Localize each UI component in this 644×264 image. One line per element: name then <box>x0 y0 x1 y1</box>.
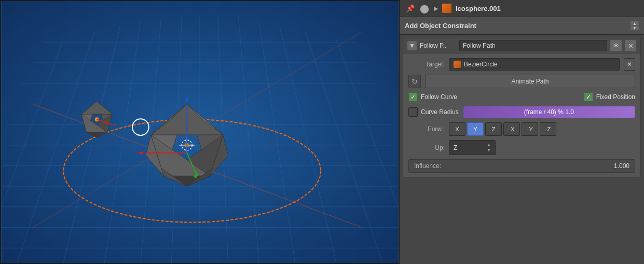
animate-path-row: ↻ Animate Path <box>408 75 635 88</box>
curve-radius-checkbox[interactable] <box>408 107 418 117</box>
constraint-collapse-button[interactable]: ▼ <box>407 41 417 50</box>
target-label: Target: <box>408 61 445 68</box>
forward-z-button[interactable]: Z <box>485 122 502 136</box>
target-cube-icon <box>454 61 461 68</box>
target-field[interactable]: BezierCircle <box>449 58 620 71</box>
up-row: Up: Z ▲ ▼ <box>408 140 635 155</box>
forward-neg-y-button[interactable]: -Y <box>522 122 538 136</box>
influence-value: 1.000 <box>614 162 629 170</box>
influence-row[interactable]: Influence: 1.000 <box>408 159 635 173</box>
curve-radius-label: Curve Radius <box>421 108 459 116</box>
viewport-3d <box>0 0 400 264</box>
fixed-position-group: ✓ Fixed Position <box>584 92 635 102</box>
pin-icon: 📌 <box>405 3 415 13</box>
follow-curve-label: Follow Curve <box>421 93 457 101</box>
curve-radius-group: Curve Radius <box>408 107 459 117</box>
follow-curve-checkbox[interactable]: ✓ <box>408 92 418 102</box>
constraint-short-name: Follow P.. <box>420 42 456 49</box>
panel-header: 📌 ⬤ ▶ Icosphere.001 <box>400 0 644 17</box>
constraint-delete-button[interactable]: ✕ <box>625 40 636 51</box>
constraint-header: ▼ Follow P.. 👁 ✕ <box>403 37 640 54</box>
target-row: Target: BezierCircle ✕ <box>408 58 635 71</box>
curve-radius-row: Curve Radius (frame / 40) % 1.0 <box>408 106 635 118</box>
forward-y-button[interactable]: Y <box>467 122 484 136</box>
object-name: Icosphere.001 <box>456 5 501 12</box>
forward-label: Forw.. <box>408 126 445 133</box>
forward-axis-group: X Y Z -X -Y -Z <box>449 122 556 136</box>
follow-curve-fixed-row: ✓ Follow Curve ✓ Fixed Position <box>408 92 635 102</box>
forward-neg-x-button[interactable]: -X <box>503 122 520 136</box>
add-constraint-up-arrow[interactable]: ▲ <box>631 21 639 25</box>
constraint-name-input[interactable] <box>459 40 607 51</box>
add-constraint-label: Add Object Constraint <box>405 22 476 30</box>
animate-path-icon: ↻ <box>408 75 421 88</box>
up-dropdown[interactable]: Z ▲ ▼ <box>449 140 496 155</box>
follow-curve-group: ✓ Follow Curve <box>408 92 457 102</box>
up-label: Up: <box>408 144 445 151</box>
forward-axis-row: Forw.. X Y Z -X -Y -Z <box>408 122 635 136</box>
forward-x-button[interactable]: X <box>449 122 465 136</box>
orange-cube-icon <box>442 4 451 13</box>
add-constraint-down-arrow[interactable]: ▼ <box>631 26 639 30</box>
forward-neg-z-button[interactable]: -Z <box>540 122 556 136</box>
curve-radius-value[interactable]: (frame / 40) % 1.0 <box>463 106 635 118</box>
constraint-body: Target: BezierCircle ✕ ↻ Animate Path ✓ … <box>403 54 640 177</box>
up-dropdown-arrows: ▲ ▼ <box>487 143 491 152</box>
properties-panel: 📌 ⬤ ▶ Icosphere.001 Add Object Constrain… <box>400 0 644 264</box>
sphere-icon: ⬤ <box>419 3 430 13</box>
target-value: BezierCircle <box>464 61 498 68</box>
breadcrumb-arrow: ▶ <box>434 5 438 12</box>
animate-path-button[interactable]: Animate Path <box>425 75 635 88</box>
fixed-position-label: Fixed Position <box>596 93 635 101</box>
constraint-block: ▼ Follow P.. 👁 ✕ Target: BezierCircle ✕ … <box>403 37 641 177</box>
up-value: Z <box>454 144 457 151</box>
constraint-visibility-button[interactable]: 👁 <box>610 40 622 51</box>
fixed-position-checkbox[interactable]: ✓ <box>584 92 593 102</box>
add-constraint-updown[interactable]: ▲ ▼ <box>631 21 639 30</box>
add-constraint-bar[interactable]: Add Object Constraint ▲ ▼ <box>400 17 644 35</box>
influence-label: Influence: <box>414 162 441 170</box>
target-clear-button[interactable]: ✕ <box>624 58 635 71</box>
